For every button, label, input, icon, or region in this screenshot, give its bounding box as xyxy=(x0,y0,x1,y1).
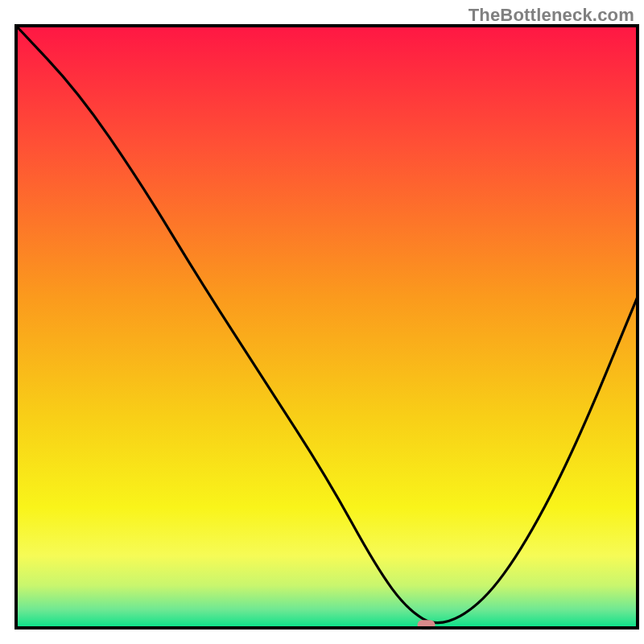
plot-background xyxy=(16,26,638,628)
plot-area xyxy=(16,26,638,630)
watermark-text: TheBottleneck.com xyxy=(469,5,634,26)
chart-container: TheBottleneck.com xyxy=(0,0,644,644)
bottleneck-chart xyxy=(0,0,644,644)
